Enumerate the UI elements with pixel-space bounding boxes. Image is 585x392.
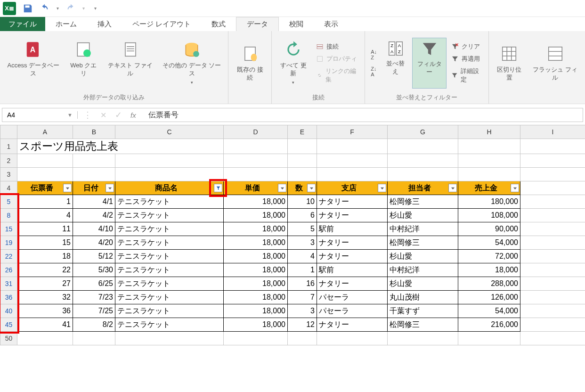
- row-header-last[interactable]: 50: [0, 332, 17, 345]
- cell-B[interactable]: 4/20: [73, 236, 115, 250]
- cell-F[interactable]: パセーラ: [317, 291, 388, 304]
- row-header-3[interactable]: 3: [0, 168, 17, 181]
- cell-I[interactable]: [520, 304, 585, 318]
- cell-H[interactable]: 108,000: [458, 209, 520, 222]
- cell-H[interactable]: 72,000: [458, 250, 520, 263]
- cell-C[interactable]: テニスラケット: [115, 277, 224, 291]
- cell-C[interactable]: テニスラケット: [115, 195, 224, 209]
- cell-D4-header[interactable]: 単価: [224, 181, 288, 195]
- col-header-I[interactable]: I: [520, 125, 585, 139]
- btn-other-sources[interactable]: その他の データ ソース▾: [159, 38, 224, 89]
- cell-G[interactable]: 中村紀洋: [388, 263, 458, 277]
- cell-F[interactable]: パセーラ: [317, 304, 388, 318]
- cell-G[interactable]: 松岡修三: [388, 236, 458, 250]
- cell-I[interactable]: [520, 263, 585, 277]
- formula-input[interactable]: 伝票番号: [142, 110, 185, 120]
- filter-drop-A[interactable]: [63, 184, 72, 192]
- cell-E[interactable]: 4: [288, 250, 317, 263]
- cell-F[interactable]: ナタリー: [317, 250, 388, 263]
- col-header-F[interactable]: F: [317, 125, 388, 139]
- row-header-8[interactable]: 8: [0, 209, 17, 222]
- cell-I[interactable]: [520, 236, 585, 250]
- cell-H[interactable]: 90,000: [458, 222, 520, 236]
- btn-existing-connections[interactable]: 既存の 接続: [232, 42, 268, 93]
- col-header-G[interactable]: G: [388, 125, 458, 139]
- cell-B[interactable]: 7/25: [73, 304, 115, 318]
- tab-file[interactable]: ファイル: [0, 17, 45, 31]
- btn-text-file[interactable]: テキスト ファイル: [104, 38, 156, 89]
- cell-I[interactable]: [520, 277, 585, 291]
- btn-web-query[interactable]: Web クエリ: [66, 38, 102, 89]
- tab-view[interactable]: 表示: [314, 17, 349, 31]
- cell-A[interactable]: 36: [17, 304, 73, 318]
- cell-A[interactable]: 4: [17, 209, 73, 222]
- cell-D[interactable]: 18,000: [224, 236, 288, 250]
- cell-C[interactable]: テニスラケット: [115, 222, 224, 236]
- cell-G[interactable]: 杉山愛: [388, 209, 458, 222]
- cell-C[interactable]: テニスラケット: [115, 263, 224, 277]
- cell-I[interactable]: [520, 222, 585, 236]
- cell-B[interactable]: 5/30: [73, 263, 115, 277]
- cell-I[interactable]: [520, 195, 585, 209]
- worksheet-grid[interactable]: A B C D E F G H I 1 スポーツ用品売上表 2 3 4 伝票番 …: [0, 125, 585, 345]
- cell-D[interactable]: 18,000: [224, 195, 288, 209]
- cell-B[interactable]: 4/10: [73, 222, 115, 236]
- cell-D[interactable]: 18,000: [224, 222, 288, 236]
- cell-A[interactable]: 22: [17, 263, 73, 277]
- col-header-A[interactable]: A: [17, 125, 73, 139]
- name-box[interactable]: A4 ▼: [2, 111, 78, 119]
- row-header-26[interactable]: 26: [0, 263, 17, 277]
- row-header-2[interactable]: 2: [0, 154, 17, 168]
- btn-access-db[interactable]: AAccess データベース: [4, 38, 63, 89]
- row-header-45[interactable]: 45: [0, 318, 17, 332]
- filter-drop-C-active[interactable]: [214, 184, 222, 192]
- cell-B[interactable]: 4/2: [73, 209, 115, 222]
- select-all-corner[interactable]: [0, 125, 17, 139]
- filter-drop-E[interactable]: [307, 184, 316, 192]
- col-header-D[interactable]: D: [224, 125, 288, 139]
- filter-drop-G[interactable]: [448, 184, 457, 192]
- cell-G[interactable]: 杉山愛: [388, 250, 458, 263]
- cell-D[interactable]: 18,000: [224, 209, 288, 222]
- cell-E[interactable]: 5: [288, 222, 317, 236]
- cell-G[interactable]: 杉山愛: [388, 277, 458, 291]
- cell-A4-header[interactable]: 伝票番: [17, 181, 73, 195]
- cell-E[interactable]: 16: [288, 277, 317, 291]
- row-header-36[interactable]: 36: [0, 291, 17, 304]
- btn-connections[interactable]: 接続: [314, 41, 361, 52]
- cell-C[interactable]: テニスラケット: [115, 236, 224, 250]
- row-header-1[interactable]: 1: [0, 139, 17, 154]
- filter-drop-D[interactable]: [278, 184, 286, 192]
- cell-B[interactable]: 7/23: [73, 291, 115, 304]
- btn-sort-asc[interactable]: A↓Z: [369, 48, 379, 61]
- cell-B[interactable]: 5/12: [73, 250, 115, 263]
- cell-F[interactable]: 駅前: [317, 263, 388, 277]
- btn-reapply[interactable]: 再適用: [449, 53, 484, 65]
- filter-drop-B[interactable]: [106, 184, 114, 192]
- col-header-E[interactable]: E: [288, 125, 317, 139]
- cell-A[interactable]: 11: [17, 222, 73, 236]
- cell-A[interactable]: 32: [17, 291, 73, 304]
- cell-F[interactable]: ナタリー: [317, 209, 388, 222]
- cell-E[interactable]: 6: [288, 209, 317, 222]
- row-header-40[interactable]: 40: [0, 304, 17, 318]
- btn-advanced-filter[interactable]: 詳細設定: [449, 65, 484, 85]
- cell-C[interactable]: テニスラケット: [115, 291, 224, 304]
- cell-A[interactable]: 1: [17, 195, 73, 209]
- filter-drop-H[interactable]: [511, 184, 519, 192]
- cell-E[interactable]: 3: [288, 236, 317, 250]
- cell-F[interactable]: ナタリー: [317, 277, 388, 291]
- cell-E[interactable]: 7: [288, 291, 317, 304]
- cell-A[interactable]: 18: [17, 250, 73, 263]
- row-header-5[interactable]: 5: [0, 195, 17, 209]
- cell-E4-header[interactable]: 数: [288, 181, 317, 195]
- cell-G[interactable]: 丸山茂樹: [388, 291, 458, 304]
- cell-E[interactable]: 12: [288, 318, 317, 332]
- filter-drop-F[interactable]: [378, 184, 386, 192]
- cell-F[interactable]: ナタリー: [317, 236, 388, 250]
- cell-H4-header[interactable]: 売上金: [458, 181, 520, 195]
- cell-I[interactable]: [520, 209, 585, 222]
- redo-icon[interactable]: [65, 3, 76, 14]
- cell-F[interactable]: 駅前: [317, 222, 388, 236]
- title-cell[interactable]: スポーツ用品売上表: [17, 139, 224, 154]
